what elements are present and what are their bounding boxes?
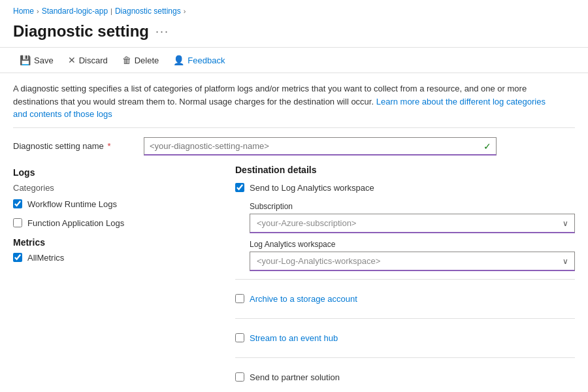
name-field-row: Diagnostic setting name * ✓ — [13, 137, 575, 155]
stream-row: Stream to an event hub — [235, 327, 575, 350]
discard-button[interactable]: ✕ Discard — [61, 52, 114, 69]
log-analytics-row: Send to Log Analytics workspace — [235, 183, 575, 193]
right-column: Destination details Send to Log Analytic… — [222, 165, 575, 389]
page-title: Diagnostic setting — [13, 22, 149, 41]
name-input-wrapper: ✓ — [144, 137, 497, 155]
description: A diagnostic setting specifies a list of… — [0, 73, 562, 127]
logs-heading: Logs — [13, 167, 209, 178]
partner-checkbox[interactable] — [235, 372, 244, 382]
divider-partner — [235, 357, 575, 358]
all-metrics-row: AllMetrics — [13, 253, 209, 263]
delete-button[interactable]: 🗑 Delete — [116, 52, 166, 69]
diagnostic-name-input[interactable] — [144, 137, 497, 155]
feedback-button[interactable]: 👤 Feedback — [167, 52, 231, 69]
destination-heading: Destination details — [235, 165, 575, 175]
breadcrumb-page[interactable]: Diagnostic settings — [115, 7, 181, 16]
breadcrumb-sep3: › — [184, 7, 186, 15]
workspace-wrapper: <your-Log-Analytics-workspace> ∨ — [250, 252, 575, 271]
form-section: Diagnostic setting name * ✓ — [0, 128, 588, 155]
workspace-label: Log Analytics workspace — [250, 240, 575, 249]
left-column: Logs Categories Workflow Runtime Logs Fu… — [13, 165, 222, 389]
stream-link[interactable]: Stream to an event hub — [250, 333, 338, 343]
partner-label[interactable]: Send to partner solution — [250, 372, 340, 382]
categories-label: Categories — [13, 183, 209, 193]
all-metrics-label[interactable]: AllMetrics — [27, 253, 64, 263]
two-col-layout: Logs Categories Workflow Runtime Logs Fu… — [0, 165, 588, 389]
feedback-icon: 👤 — [173, 55, 184, 65]
valid-icon: ✓ — [483, 141, 491, 152]
save-button[interactable]: 💾 Save — [13, 52, 60, 69]
toolbar: 💾 Save ✕ Discard 🗑 Delete 👤 Feedback — [0, 47, 588, 73]
all-metrics-checkbox[interactable] — [13, 253, 22, 262]
log-analytics-label[interactable]: Send to Log Analytics workspace — [250, 183, 374, 193]
archive-link[interactable]: Archive to a storage account — [250, 294, 357, 304]
discard-icon: ✕ — [68, 55, 76, 65]
subscription-label: Subscription — [250, 202, 575, 211]
archive-checkbox[interactable] — [235, 294, 244, 303]
breadcrumb-home[interactable]: Home — [13, 7, 34, 16]
save-label: Save — [34, 56, 54, 65]
delete-label: Delete — [135, 56, 159, 65]
function-logs-label[interactable]: Function Application Logs — [27, 218, 124, 228]
workflow-logs-checkbox[interactable] — [13, 199, 22, 208]
stream-checkbox[interactable] — [235, 333, 244, 342]
divider-archive — [235, 279, 575, 280]
subscription-select[interactable]: <your-Azure-subscription> — [250, 214, 575, 233]
workflow-logs-row: Workflow Runtime Logs — [13, 199, 209, 209]
workflow-logs-label[interactable]: Workflow Runtime Logs — [27, 199, 117, 209]
breadcrumb-sep1: › — [37, 7, 39, 15]
workspace-select[interactable]: <your-Log-Analytics-workspace> — [250, 252, 575, 271]
save-icon: 💾 — [20, 55, 31, 65]
log-analytics-checkbox[interactable] — [235, 183, 244, 192]
breadcrumb-sep2: | — [110, 7, 112, 15]
stream-label[interactable]: Stream to an event hub — [250, 333, 338, 343]
partner-row: Send to partner solution — [235, 366, 575, 389]
name-label: Diagnostic setting name * — [13, 141, 144, 151]
breadcrumb-app[interactable]: Standard-logic-app — [42, 7, 108, 16]
log-analytics-options: Subscription <your-Azure-subscription> ∨… — [235, 202, 575, 271]
required-indicator: * — [107, 141, 110, 151]
delete-icon: 🗑 — [122, 55, 131, 65]
feedback-label: Feedback — [188, 56, 225, 65]
archive-label[interactable]: Archive to a storage account — [250, 294, 357, 304]
title-more-options[interactable]: ··· — [155, 25, 169, 39]
discard-label: Discard — [79, 56, 108, 65]
page-title-row: Diagnostic setting ··· — [0, 20, 588, 47]
breadcrumb: Home › Standard-logic-app | Diagnostic s… — [0, 0, 588, 20]
subscription-wrapper: <your-Azure-subscription> ∨ — [250, 214, 575, 233]
function-logs-row: Function Application Logs — [13, 218, 209, 228]
metrics-heading: Metrics — [13, 237, 209, 248]
archive-row: Archive to a storage account — [235, 287, 575, 310]
divider-stream — [235, 318, 575, 319]
function-logs-checkbox[interactable] — [13, 218, 22, 227]
